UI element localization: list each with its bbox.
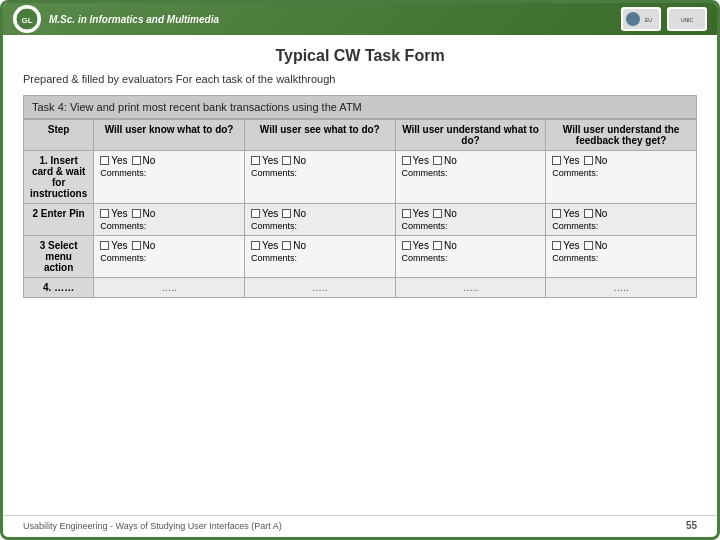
content-cell-row3-col2: YesNoComments: [244,236,395,278]
footer-page-num: 55 [686,520,697,531]
yes-checkbox[interactable] [552,209,561,218]
content-cell-row3-col4: YesNoComments: [546,236,697,278]
no-label: No [143,240,156,251]
no-label: No [143,155,156,166]
step-cell-2: 2 Enter Pin [24,204,94,236]
yes-option[interactable]: Yes [402,240,429,251]
top-bar: GL M.Sc. in Informatics and Multimedia E… [3,3,717,35]
svg-point-3 [626,12,640,26]
yes-label: Yes [262,155,278,166]
no-checkbox[interactable] [584,241,593,250]
no-option[interactable]: No [132,208,156,219]
yes-option[interactable]: Yes [100,208,127,219]
no-option[interactable]: No [132,240,156,251]
checkbox-row: YesNo [251,240,389,251]
yes-option[interactable]: Yes [552,240,579,251]
yes-checkbox[interactable] [251,156,260,165]
comments-label: Comments: [552,168,690,178]
comments-label: Comments: [100,253,238,263]
checkbox-row: YesNo [552,208,690,219]
no-checkbox[interactable] [132,209,141,218]
checkbox-row: YesNo [100,240,238,251]
col-header-step: Step [24,120,94,151]
content-cell-row3-col1: YesNoComments: [94,236,245,278]
no-option[interactable]: No [132,155,156,166]
content-cell-row4-col3: ….. [395,278,546,298]
step-cell-1: 1. Insert card & wait for instructions [24,151,94,204]
no-option[interactable]: No [282,240,306,251]
no-option[interactable]: No [584,208,608,219]
yes-option[interactable]: Yes [402,208,429,219]
yes-option[interactable]: Yes [251,208,278,219]
logo-icon: GL [13,5,41,33]
svg-text:UNIC: UNIC [681,17,694,23]
yes-option[interactable]: Yes [402,155,429,166]
yes-option[interactable]: Yes [251,240,278,251]
yes-option[interactable]: Yes [552,208,579,219]
yes-checkbox[interactable] [100,241,109,250]
yes-checkbox[interactable] [552,156,561,165]
no-checkbox[interactable] [433,209,442,218]
yes-option[interactable]: Yes [251,155,278,166]
content-cell-row4-col4: ….. [546,278,697,298]
yes-checkbox[interactable] [100,156,109,165]
col-header-4: Will user understand the feedback they g… [546,120,697,151]
checkbox-row: YesNo [402,240,540,251]
no-option[interactable]: No [433,155,457,166]
comments-label: Comments: [251,221,389,231]
no-option[interactable]: No [584,155,608,166]
yes-checkbox[interactable] [251,209,260,218]
comments-label: Comments: [251,168,389,178]
no-checkbox[interactable] [132,156,141,165]
content-cell-row2-col2: YesNoComments: [244,204,395,236]
col-header-2: Will user see what to do? [244,120,395,151]
yes-label: Yes [413,208,429,219]
checkbox-row: YesNo [100,208,238,219]
yes-checkbox[interactable] [251,241,260,250]
no-checkbox[interactable] [584,209,593,218]
no-label: No [293,208,306,219]
yes-checkbox[interactable] [552,241,561,250]
checkbox-row: YesNo [251,208,389,219]
no-checkbox[interactable] [132,241,141,250]
comments-label: Comments: [402,221,540,231]
yes-label: Yes [563,240,579,251]
content-cell-row4-col2: ….. [244,278,395,298]
no-checkbox[interactable] [433,156,442,165]
content-cell-row1-col4: YesNoComments: [546,151,697,204]
no-option[interactable]: No [282,208,306,219]
yes-label: Yes [563,155,579,166]
yes-option[interactable]: Yes [552,155,579,166]
col-header-3: Will user understand what to do? [395,120,546,151]
no-checkbox[interactable] [282,241,291,250]
no-checkbox[interactable] [282,209,291,218]
yes-checkbox[interactable] [402,209,411,218]
svg-text:GL: GL [21,16,32,25]
content-cell-row2-col1: YesNoComments: [94,204,245,236]
comments-label: Comments: [100,221,238,231]
no-checkbox[interactable] [584,156,593,165]
comments-label: Comments: [100,168,238,178]
checkbox-row: YesNo [552,155,690,166]
main-content: Typical CW Task Form Prepared & filled b… [3,35,717,306]
task-description: Task 4: View and print most recent bank … [23,95,697,119]
content-cell-row1-col1: YesNoComments: [94,151,245,204]
checkbox-row: YesNo [100,155,238,166]
yes-checkbox[interactable] [402,241,411,250]
comments-label: Comments: [552,253,690,263]
no-option[interactable]: No [282,155,306,166]
col-header-1: Will user know what to do? [94,120,245,151]
top-bar-logos: EU UNIC [621,7,707,31]
no-option[interactable]: No [433,208,457,219]
yes-checkbox[interactable] [100,209,109,218]
no-checkbox[interactable] [282,156,291,165]
yes-checkbox[interactable] [402,156,411,165]
yes-option[interactable]: Yes [100,155,127,166]
table-row: 4. ………..…..…..….. [24,278,697,298]
no-option[interactable]: No [433,240,457,251]
no-checkbox[interactable] [433,241,442,250]
table-row: 2 Enter PinYesNoComments:YesNoComments:Y… [24,204,697,236]
no-option[interactable]: No [584,240,608,251]
yes-option[interactable]: Yes [100,240,127,251]
content-cell-row2-col4: YesNoComments: [546,204,697,236]
